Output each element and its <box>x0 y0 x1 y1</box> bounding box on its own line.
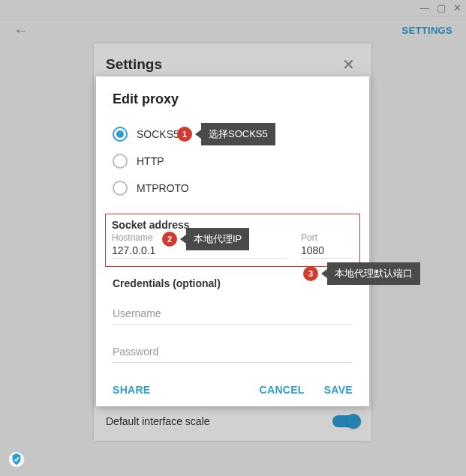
callout-badge: 2 <box>162 232 177 247</box>
callout-2: 2 本地代理IP <box>162 228 249 250</box>
callout-arrow-icon <box>195 130 201 139</box>
save-button[interactable]: SAVE <box>324 384 353 396</box>
radio-http[interactable]: HTTP <box>113 148 353 175</box>
callout-text: 选择SOCKS5 <box>201 123 275 145</box>
port-field: Port <box>301 232 353 259</box>
callout-badge: 3 <box>303 266 318 281</box>
callout-arrow-icon <box>180 235 186 244</box>
modal-title: Edit proxy <box>113 91 353 107</box>
callout-badge: 1 <box>177 127 192 142</box>
username-input[interactable] <box>113 303 353 325</box>
radio-label: SOCKS5 <box>137 128 179 140</box>
radio-icon <box>113 154 128 169</box>
callout-1: 1 选择SOCKS5 <box>177 123 275 145</box>
share-button[interactable]: SHARE <box>113 384 151 396</box>
radio-icon <box>113 127 128 142</box>
radio-mtproto[interactable]: MTPROTO <box>113 175 353 202</box>
shield-icon[interactable] <box>8 451 26 469</box>
callout-text: 本地代理默认端口 <box>327 262 420 285</box>
radio-label: HTTP <box>137 155 164 167</box>
port-input[interactable] <box>301 243 353 259</box>
callout-arrow-icon <box>321 269 327 278</box>
callout-text: 本地代理IP <box>186 228 249 250</box>
cancel-button[interactable]: CANCEL <box>260 384 305 396</box>
modal-footer: SHARE CANCEL SAVE <box>113 384 353 396</box>
callout-3: 3 本地代理默认端口 <box>303 262 420 285</box>
radio-label: MTPROTO <box>137 182 189 194</box>
radio-icon <box>113 181 128 196</box>
password-input[interactable] <box>113 341 353 363</box>
port-label: Port <box>301 232 353 243</box>
